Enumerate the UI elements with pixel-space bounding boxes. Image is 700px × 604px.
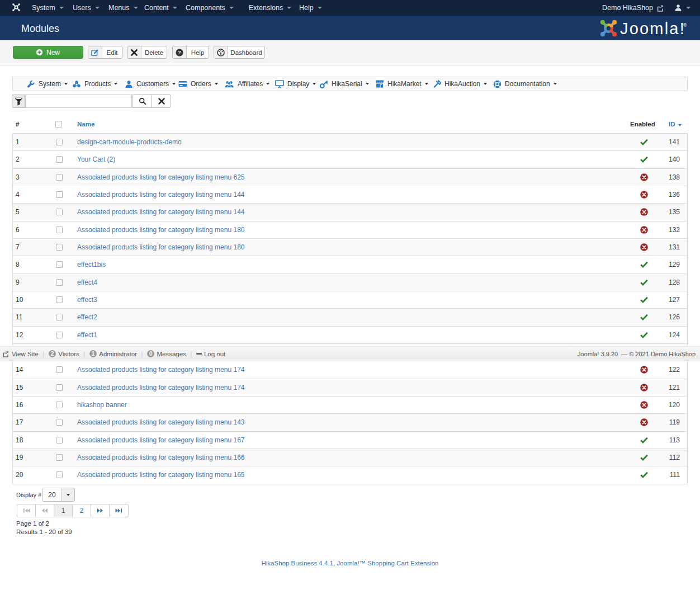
svg-text:?: ? <box>178 49 181 55</box>
